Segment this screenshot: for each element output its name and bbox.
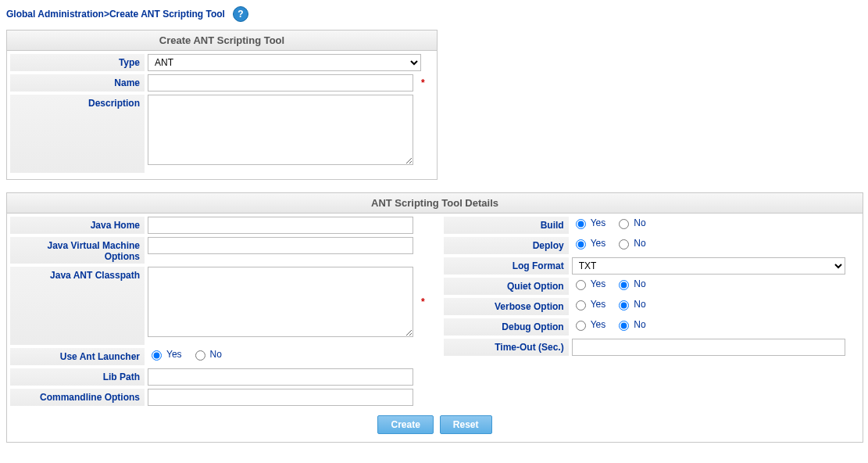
debug-yes[interactable] xyxy=(576,321,586,331)
type-select[interactable]: ANT xyxy=(148,54,421,71)
use-ant-launcher-group: Yes No xyxy=(148,348,222,361)
ant-classpath-label: Java ANT Classpath xyxy=(10,267,145,345)
build-yes[interactable] xyxy=(576,219,586,229)
name-input[interactable] xyxy=(148,74,413,92)
type-label: Type xyxy=(10,54,145,71)
verbose-yes[interactable] xyxy=(576,300,586,310)
description-textarea[interactable] xyxy=(148,95,413,165)
deploy-group: Yes No xyxy=(572,237,646,249)
details-right-column: Build Yes No Deploy Yes No xyxy=(444,217,859,409)
create-ant-panel-title: Create ANT Scripting Tool xyxy=(7,31,437,51)
use-ant-launcher-no[interactable] xyxy=(195,350,205,361)
build-label: Build xyxy=(444,217,569,234)
quiet-label: Quiet Option xyxy=(444,278,569,295)
timeout-input[interactable] xyxy=(572,339,845,356)
quiet-yes[interactable] xyxy=(576,280,586,290)
log-format-label: Log Format xyxy=(444,257,569,275)
deploy-yes[interactable] xyxy=(576,239,586,249)
build-no[interactable] xyxy=(619,219,629,229)
java-home-input[interactable] xyxy=(148,217,413,234)
lib-path-input[interactable] xyxy=(148,368,413,386)
use-ant-launcher-label: Use Ant Launcher xyxy=(10,348,145,365)
cmd-options-input[interactable] xyxy=(148,389,413,406)
required-marker: * xyxy=(421,77,425,88)
lib-path-label: Lib Path xyxy=(10,368,145,386)
details-left-column: Java Home Java Virtual Machine Options J… xyxy=(10,217,428,409)
jvm-options-input[interactable] xyxy=(148,237,413,254)
debug-no[interactable] xyxy=(619,321,629,331)
ant-details-panel: ANT Scripting Tool Details Java Home Jav… xyxy=(6,192,863,443)
description-label: Description xyxy=(10,95,145,173)
create-ant-panel: Create ANT Scripting Tool Type ANT Name … xyxy=(6,30,438,180)
breadcrumb: Global Administration>Create ANT Scripti… xyxy=(6,6,862,22)
verbose-no[interactable] xyxy=(619,300,629,310)
deploy-no[interactable] xyxy=(619,239,629,249)
button-row: Create Reset xyxy=(10,409,859,439)
breadcrumb-text: Global Administration>Create ANT Scripti… xyxy=(6,9,225,20)
build-group: Yes No xyxy=(572,217,646,229)
ant-classpath-textarea[interactable] xyxy=(148,267,413,337)
deploy-label: Deploy xyxy=(444,237,569,254)
jvm-options-label: Java Virtual Machine Options xyxy=(10,237,145,264)
debug-group: Yes No xyxy=(572,318,646,331)
required-marker: * xyxy=(421,296,425,307)
debug-label: Debug Option xyxy=(444,318,569,336)
use-ant-launcher-yes[interactable] xyxy=(152,350,162,361)
quiet-no[interactable] xyxy=(619,280,629,290)
verbose-label: Verbose Option xyxy=(444,298,569,315)
java-home-label: Java Home xyxy=(10,217,145,234)
log-format-select[interactable]: TXT xyxy=(572,257,845,275)
name-label: Name xyxy=(10,74,145,92)
help-icon[interactable]: ? xyxy=(233,6,248,22)
cmd-options-label: Commandline Options xyxy=(10,389,145,406)
create-button[interactable]: Create xyxy=(377,415,433,434)
reset-button[interactable]: Reset xyxy=(440,415,492,434)
ant-details-panel-title: ANT Scripting Tool Details xyxy=(7,193,863,214)
quiet-group: Yes No xyxy=(572,278,646,290)
timeout-label: Time-Out (Sec.) xyxy=(444,339,569,356)
verbose-group: Yes No xyxy=(572,298,646,310)
